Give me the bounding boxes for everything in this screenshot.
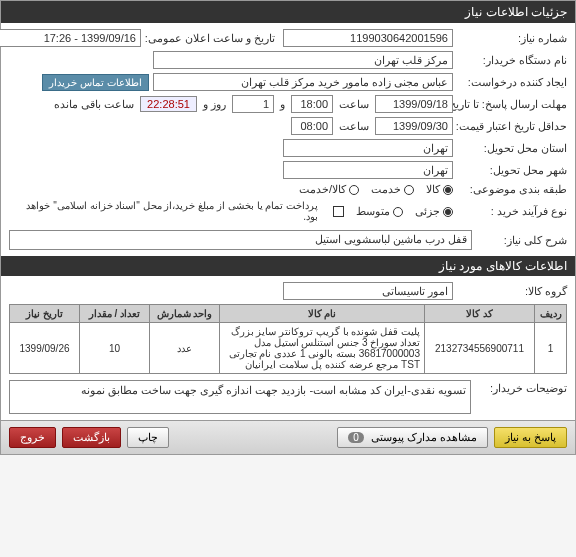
summary-label: شرح کلی نیاز:	[476, 234, 567, 247]
panel-title: جزئیات اطلاعات نیاز	[1, 1, 575, 23]
hour-label-1: ساعت	[339, 98, 369, 111]
checkbox-icon	[333, 206, 344, 217]
th-need-date: تاریخ نیاز	[10, 305, 80, 323]
attachments-count: 0	[348, 432, 364, 443]
attachments-label: مشاهده مدارک پیوستی	[371, 431, 477, 443]
budget-service-option[interactable]: خدمت	[371, 183, 414, 196]
need-no-label: شماره نیاز:	[457, 32, 567, 45]
creator-value: عباس مجنی زاده مامور خرید مرکز قلب تهران	[153, 73, 453, 91]
table-row[interactable]: 1 2132734556900711 پلیت قفل شونده با گری…	[10, 323, 567, 374]
exit-button[interactable]: خروج	[9, 427, 56, 448]
purchase-type-label: نوع فرآیند خرید :	[457, 205, 567, 218]
days-label: روز و	[203, 98, 226, 111]
buyer-note-text: تسویه نقدی-ایران کد مشابه است- بازدید جه…	[9, 380, 471, 414]
radio-icon	[393, 207, 403, 217]
delivery-city-label: شهر محل تحویل:	[457, 164, 567, 177]
details-body: شماره نیاز: 1199030642001596 تاریخ و ساع…	[1, 23, 575, 420]
delivery-state-value: تهران	[283, 139, 453, 157]
buyer-org-value: مرکز قلب تهران	[153, 51, 453, 69]
items-section-title: اطلاعات کالاهای مورد نیاز	[1, 256, 575, 276]
contact-buyer-button[interactable]: اطلاعات تماس خریدار	[42, 74, 149, 91]
reply-button[interactable]: پاسخ به نیاز	[494, 427, 567, 448]
deadline-reply-date: 1399/09/18	[375, 95, 453, 113]
need-no-value: 1199030642001596	[283, 29, 453, 47]
cell-need-date: 1399/09/26	[10, 323, 80, 374]
table-header-row: ردیف کد کالا نام کالا واحد شمارش تعداد /…	[10, 305, 567, 323]
deadline-reply-time: 18:00	[291, 95, 333, 113]
treasury-checkbox[interactable]	[330, 205, 344, 218]
attachments-button[interactable]: مشاهده مدارک پیوستی 0	[337, 427, 488, 448]
th-qty: تعداد / مقدار	[80, 305, 150, 323]
delivery-state-label: استان محل تحویل:	[457, 142, 567, 155]
announce-label: تاریخ و ساعت اعلان عمومی:	[145, 32, 275, 45]
back-button[interactable]: بازگشت	[62, 427, 121, 448]
pt-small-option[interactable]: جزئی	[415, 205, 453, 218]
th-count: واحد شمارش	[150, 305, 220, 323]
th-code: کد کالا	[425, 305, 535, 323]
cell-name: پلیت قفل شونده با گریپ تروکانتر سایز بزر…	[220, 323, 425, 374]
deadline-price-time: 08:00	[291, 117, 333, 135]
cell-code: 2132734556900711	[425, 323, 535, 374]
time-remain: 22:28:51	[140, 96, 197, 112]
budget-radio-group: کالا خدمت کالا/خدمت	[299, 183, 453, 196]
buyer-org-label: نام دستگاه خریدار:	[457, 54, 567, 67]
group-label: گروه کالا:	[457, 285, 567, 298]
print-button[interactable]: چاپ	[127, 427, 169, 448]
creator-label: ایجاد کننده درخواست:	[457, 76, 567, 89]
announce-value: 1399/09/16 - 17:26	[0, 29, 141, 47]
hour-label-2: ساعت	[339, 120, 369, 133]
cell-row: 1	[535, 323, 567, 374]
budget-label: طبقه بندی موضوعی:	[457, 183, 567, 196]
remain-suffix: ساعت باقی مانده	[54, 98, 134, 111]
deadline-price-date: 1399/09/30	[375, 117, 453, 135]
purchase-type-group: جزئی متوسط پرداخت تمام یا بخشی از مبلغ خ…	[9, 200, 453, 222]
budget-mixed-option[interactable]: کالا/خدمت	[299, 183, 359, 196]
radio-icon	[404, 185, 414, 195]
and-label: و	[280, 98, 285, 111]
cell-count: عدد	[150, 323, 220, 374]
summary-value: قفل درب ماشین لباسشویی استیل	[9, 230, 472, 250]
items-table: ردیف کد کالا نام کالا واحد شمارش تعداد /…	[9, 304, 567, 374]
deadline-price-label: حداقل تاریخ اعتبار قیمت: تا تاریخ:	[457, 120, 567, 133]
footer-bar: پاسخ به نیاز مشاهده مدارک پیوستی 0 چاپ ب…	[1, 420, 575, 454]
group-value: امور تاسیساتی	[283, 282, 453, 300]
th-name: نام کالا	[220, 305, 425, 323]
th-row: ردیف	[535, 305, 567, 323]
pt-medium-option[interactable]: متوسط	[356, 205, 403, 218]
deadline-reply-label: مهلت ارسال پاسخ: تا تاریخ:	[457, 98, 567, 111]
radio-icon	[349, 185, 359, 195]
treasury-note: پرداخت تمام یا بخشی از مبلغ خرید،از محل …	[9, 200, 318, 222]
delivery-city-value: تهران	[283, 161, 453, 179]
cell-qty: 10	[80, 323, 150, 374]
budget-goods-option[interactable]: کالا	[426, 183, 453, 196]
buyer-note-label: توضیحات خریدار:	[477, 380, 567, 414]
radio-icon	[443, 207, 453, 217]
days-remain: 1	[232, 95, 274, 113]
radio-icon	[443, 185, 453, 195]
main-panel: جزئیات اطلاعات نیاز شماره نیاز: 11990306…	[0, 0, 576, 455]
